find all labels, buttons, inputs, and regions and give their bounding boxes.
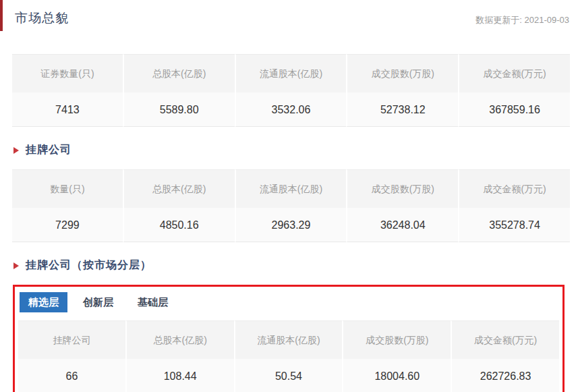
data-cell: 367859.16 — [458, 92, 570, 127]
market-layer-tabs: 精选层 创新层 基础层 — [20, 292, 559, 312]
data-cell: 3532.06 — [235, 92, 347, 127]
table-header-row: 数量(只) 总股本(亿股) 流通股本(亿股) 成交股数(万股) 成交金额(万元) — [12, 169, 570, 208]
table-header-row: 证券数量(只) 总股本(亿股) 流通股本(亿股) 成交股数(万股) 成交金额(万… — [12, 54, 570, 92]
data-cell: 355278.74 — [458, 208, 570, 242]
data-updated-timestamp: 数据更新于: 2021-09-03 — [475, 14, 569, 26]
highlight-annotation-box: 精选层 创新层 基础层 挂牌公司 总股本(亿股) 流通股本(亿股) 成交股数(万… — [13, 285, 565, 392]
header-cell: 成交股数(万股) — [346, 54, 458, 92]
table-header-row: 挂牌公司 总股本(亿股) 流通股本(亿股) 成交股数(万股) 成交金额(万元) — [18, 320, 559, 359]
data-cell: 50.54 — [234, 359, 343, 392]
tab-base-layer[interactable]: 基础层 — [129, 292, 177, 312]
header-cell: 挂牌公司 — [18, 320, 125, 359]
listed-companies-table: 数量(只) 总股本(亿股) 流通股本(亿股) 成交股数(万股) 成交金额(万元)… — [12, 169, 570, 242]
header-cell: 成交金额(万元) — [458, 169, 570, 208]
data-cell: 7413 — [12, 92, 123, 127]
data-cell: 36248.04 — [346, 208, 458, 242]
header-cell: 成交股数(万股) — [346, 169, 458, 208]
header-cell: 数量(只) — [12, 169, 123, 208]
tab-innovation-layer[interactable]: 创新层 — [74, 292, 122, 312]
table-data-row: 66 108.44 50.54 18004.60 262726.83 — [18, 359, 559, 392]
market-overview-page: 市场总貌 数据更新于: 2021-09-03 证券数量(只) 总股本(亿股) 流… — [0, 0, 578, 392]
section-header-layered-companies: 挂牌公司（按市场分层） — [13, 258, 578, 273]
data-cell: 2963.29 — [235, 208, 347, 242]
data-cell: 108.44 — [125, 359, 234, 392]
layered-companies-table: 挂牌公司 总股本(亿股) 流通股本(亿股) 成交股数(万股) 成交金额(万元) … — [18, 320, 559, 392]
market-summary-table: 证券数量(只) 总股本(亿股) 流通股本(亿股) 成交股数(万股) 成交金额(万… — [12, 54, 570, 127]
triangle-bullet-icon — [13, 147, 19, 154]
data-cell: 7299 — [12, 208, 123, 242]
header-cell: 成交股数(万股) — [342, 320, 451, 359]
data-cell: 52738.12 — [346, 92, 458, 127]
header-cell: 流通股本(亿股) — [235, 54, 347, 92]
header-cell: 流通股本(亿股) — [235, 169, 347, 208]
title-accent-bar — [0, 0, 3, 31]
header-cell: 总股本(亿股) — [125, 320, 234, 359]
header-cell: 成交金额(万元) — [458, 54, 570, 92]
section-header-listed-companies: 挂牌公司 — [13, 143, 578, 157]
data-cell: 4850.16 — [123, 208, 235, 242]
header-cell: 成交金额(万元) — [451, 320, 559, 359]
triangle-bullet-icon — [13, 262, 19, 269]
tab-select-layer[interactable]: 精选层 — [20, 292, 67, 312]
data-cell: 66 — [18, 359, 125, 392]
table-data-row: 7413 5589.80 3532.06 52738.12 367859.16 — [12, 92, 570, 127]
header-cell: 流通股本(亿股) — [234, 320, 343, 359]
header-cell: 总股本(亿股) — [123, 54, 235, 92]
header-cell: 总股本(亿股) — [123, 169, 235, 208]
table-data-row: 7299 4850.16 2963.29 36248.04 355278.74 — [12, 208, 570, 242]
data-cell: 262726.83 — [451, 359, 559, 392]
data-cell: 18004.60 — [342, 359, 451, 392]
section-title: 挂牌公司（按市场分层） — [26, 258, 152, 273]
section-title: 挂牌公司 — [26, 143, 71, 157]
header-cell: 证券数量(只) — [12, 54, 123, 92]
data-cell: 5589.80 — [123, 92, 235, 127]
